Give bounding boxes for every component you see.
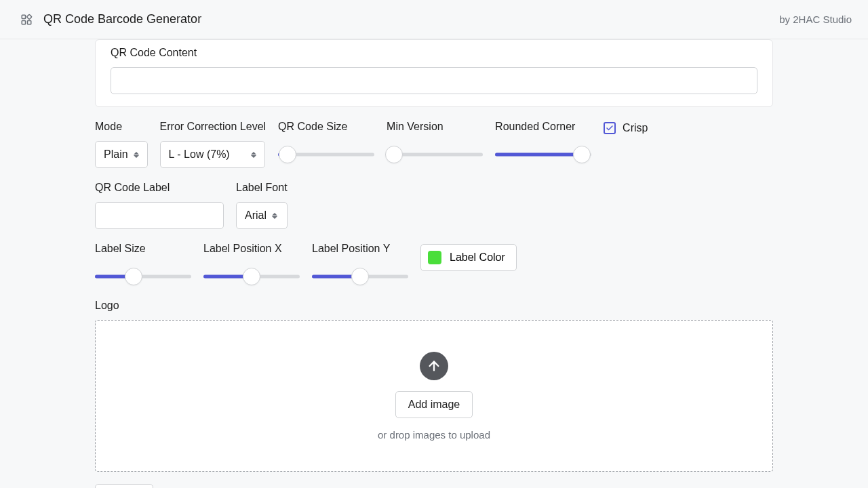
labelcolor-text: Label Color: [450, 251, 505, 264]
labelsize-slider[interactable]: [95, 267, 191, 286]
qrlabel-input[interactable]: [95, 202, 224, 229]
labelsize-control: Label Size: [95, 243, 191, 286]
svg-rect-2: [28, 20, 31, 24]
font-select[interactable]: Arial: [236, 202, 288, 229]
logo-label: Logo: [95, 300, 773, 312]
qrsize-slider[interactable]: [278, 145, 374, 164]
qrsize-control: QR Code Size: [278, 121, 374, 164]
labelsize-label: Label Size: [95, 243, 191, 255]
widgets-icon: [20, 14, 33, 26]
create-button[interactable]: Create: [95, 484, 153, 488]
svg-rect-3: [26, 14, 31, 19]
minversion-control: Min Version: [387, 121, 483, 164]
rounded-slider[interactable]: [495, 145, 591, 164]
sort-icon: [251, 152, 256, 158]
app-title: QR Code Barcode Generator: [43, 12, 201, 26]
rounded-control: Rounded Corner: [495, 121, 591, 164]
sort-icon: [134, 152, 139, 158]
qrlabel-control: QR Code Label: [95, 182, 224, 229]
label-color-button[interactable]: Label Color: [420, 244, 517, 271]
crisp-checkbox[interactable]: [604, 122, 616, 134]
font-label: Label Font: [236, 182, 288, 194]
minversion-slider[interactable]: [387, 145, 483, 164]
create-row: Create: [95, 484, 773, 488]
qr-content-input[interactable]: [111, 67, 757, 94]
crisp-label: Crisp: [623, 122, 648, 134]
controls-row-2: QR Code Label Label Font Arial: [95, 182, 773, 229]
rounded-label: Rounded Corner: [495, 121, 591, 133]
ecl-value: L - Low (7%): [169, 148, 230, 161]
mode-select[interactable]: Plain: [95, 141, 148, 168]
ecl-select[interactable]: L - Low (7%): [160, 141, 265, 168]
byline: by 2HAC Studio: [779, 14, 852, 25]
font-control: Label Font Arial: [236, 182, 288, 229]
controls-row-3: Label Size Label Position X Label Positi…: [95, 243, 773, 286]
qr-content-label: QR Code Content: [111, 47, 757, 59]
topbar: QR Code Barcode Generator by 2HAC Studio: [0, 0, 868, 39]
font-value: Arial: [245, 209, 267, 222]
minversion-label: Min Version: [387, 121, 483, 133]
add-image-button[interactable]: Add image: [395, 391, 473, 418]
labelposx-slider[interactable]: [203, 267, 300, 286]
ecl-control: Error Correction Level L - Low (7%): [160, 121, 267, 168]
ecl-label: Error Correction Level: [160, 121, 267, 133]
svg-rect-1: [22, 20, 25, 24]
labelposy-label: Label Position Y: [312, 243, 408, 255]
crisp-control: Crisp: [604, 121, 648, 134]
main: QR Code Content Mode Plain Error Correct…: [95, 39, 773, 488]
labelcolor-control: Label Color: [420, 243, 517, 271]
drop-hint: or drop images to upload: [378, 429, 490, 441]
controls-row-1: Mode Plain Error Correction Level L - Lo…: [95, 121, 773, 168]
qr-content-card: QR Code Content: [95, 39, 773, 107]
labelposy-control: Label Position Y: [312, 243, 408, 286]
upload-arrow-icon: [420, 352, 448, 380]
logo-dropzone[interactable]: Add image or drop images to upload: [95, 320, 773, 472]
labelposx-control: Label Position X: [203, 243, 300, 286]
labelposy-slider[interactable]: [312, 267, 408, 286]
sort-icon: [272, 213, 277, 219]
color-swatch: [428, 251, 441, 264]
mode-label: Mode: [95, 121, 148, 133]
mode-control: Mode Plain: [95, 121, 148, 168]
topbar-left: QR Code Barcode Generator: [20, 12, 201, 26]
labelposx-label: Label Position X: [203, 243, 300, 255]
mode-value: Plain: [104, 148, 128, 161]
qrlabel-label: QR Code Label: [95, 182, 224, 194]
logo-section: Logo Add image or drop images to upload: [95, 300, 773, 472]
qrsize-label: QR Code Size: [278, 121, 374, 133]
svg-rect-0: [22, 15, 25, 18]
